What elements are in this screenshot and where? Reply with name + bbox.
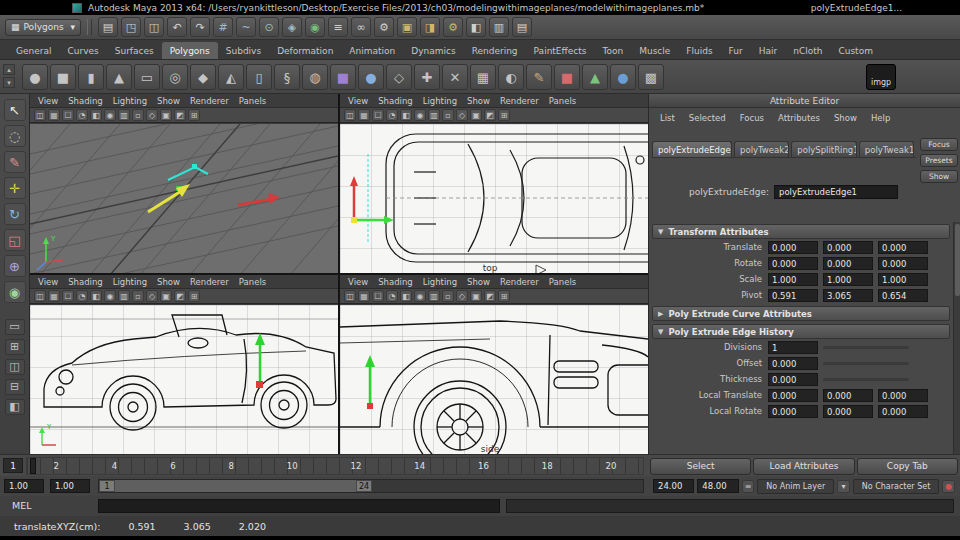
vp-menu-lighting[interactable]: Lighting <box>418 277 462 287</box>
vp-tool-icon-5[interactable]: ◉ <box>414 290 426 302</box>
attr-field-local-rotate-0[interactable]: 0.000 <box>768 405 818 418</box>
vp-tool-icon-11[interactable]: ⊞ <box>188 109 200 121</box>
snap-point-icon[interactable]: ⊙ <box>259 17 279 37</box>
separate-icon[interactable]: ✕ <box>442 64 468 90</box>
attr-field-local-rotate-2[interactable]: 0.000 <box>878 405 928 418</box>
vp-tool-icon-10[interactable]: ◩ <box>484 109 496 121</box>
poly-soccer-icon[interactable]: ◍ <box>302 64 328 90</box>
input-connections-icon[interactable]: ≡ <box>328 17 348 37</box>
anim-layer-icon[interactable]: ≡ <box>742 480 755 493</box>
attr-field-scale-0[interactable]: 1.000 <box>768 273 818 286</box>
undo-icon[interactable]: ↶ <box>167 17 187 37</box>
attr-field-translate-0[interactable]: 0.000 <box>768 241 818 254</box>
vp-tool-icon-9[interactable]: ▣ <box>160 109 172 121</box>
vp-tool-icon-3[interactable]: ◔ <box>386 109 398 121</box>
viewport-canvas-persp[interactable]: Y <box>30 124 338 273</box>
menu-tab-surfaces[interactable]: Surfaces <box>107 42 162 59</box>
ae-tab-polytweak1[interactable]: polyTweak1 <box>859 141 914 157</box>
attr-field-offset-0[interactable]: 0.000 <box>768 357 818 370</box>
vp-tool-icon-5[interactable]: ◉ <box>104 109 116 121</box>
construction-history-icon[interactable]: ⚙ <box>374 17 394 37</box>
separator-grip[interactable] <box>87 19 92 35</box>
vp-tool-icon-4[interactable]: ◧ <box>400 290 412 302</box>
vp-tool-icon-3[interactable]: ◔ <box>386 290 398 302</box>
attr-field-pivot-0[interactable]: 0.591 <box>768 289 818 302</box>
vp-menu-view[interactable]: View <box>343 277 373 287</box>
range-start-handle[interactable]: 1 <box>99 480 115 492</box>
ae-menu-attributes[interactable]: Attributes <box>771 113 827 123</box>
vp-menu-panels[interactable]: Panels <box>234 96 271 106</box>
vp-tool-icon-0[interactable]: ◫ <box>34 109 46 121</box>
menu-tab-hair[interactable]: Hair <box>751 42 785 59</box>
attr-field-pivot-1[interactable]: 3.065 <box>823 289 873 302</box>
ae-menu-list[interactable]: List <box>653 113 682 123</box>
vp-tool-icon-9[interactable]: ▣ <box>160 290 172 302</box>
menu-tab-fur[interactable]: Fur <box>721 42 751 59</box>
vp-tool-icon-1[interactable]: ▦ <box>358 109 370 121</box>
sidebar-toggle-icon[interactable]: ▥ <box>489 17 509 37</box>
vp-tool-icon-4[interactable]: ◧ <box>90 109 102 121</box>
snap-curve-icon[interactable]: ~ <box>236 17 256 37</box>
vp-tool-icon-6[interactable]: ▥ <box>428 290 440 302</box>
menu-tab-painteffects[interactable]: PaintEffects <box>526 42 595 59</box>
menu-tab-dynamics[interactable]: Dynamics <box>403 42 463 59</box>
vp-tool-icon-2[interactable]: ☐ <box>372 290 384 302</box>
lasso-tool-icon[interactable]: ◌ <box>4 125 26 147</box>
character-set-button[interactable]: No Character Set <box>853 479 939 494</box>
vp-tool-icon-3[interactable]: ◔ <box>76 109 88 121</box>
poly-pipe-icon[interactable]: ▯ <box>246 64 272 90</box>
mirror-icon[interactable]: ◐ <box>498 64 524 90</box>
vp-tool-icon-0[interactable]: ◫ <box>34 290 46 302</box>
select-tool-icon[interactable]: ↖ <box>4 99 26 121</box>
layout-two-side-icon[interactable]: ◫ <box>5 359 25 375</box>
vp-menu-panels[interactable]: Panels <box>544 96 581 106</box>
make-live-icon[interactable]: ◉ <box>305 17 325 37</box>
vp-tool-icon-5[interactable]: ◉ <box>414 109 426 121</box>
vp-menu-renderer[interactable]: Renderer <box>495 277 544 287</box>
menu-tab-animation[interactable]: Animation <box>341 42 403 59</box>
vp-menu-view[interactable]: View <box>343 96 373 106</box>
vp-tool-icon-0[interactable]: ◫ <box>344 290 356 302</box>
menu-tab-polygons[interactable]: Polygons <box>162 42 218 59</box>
vp-tool-icon-1[interactable]: ▦ <box>48 290 60 302</box>
ae-tab-polysplitring1[interactable]: polySplitRing1 <box>791 141 857 157</box>
anim-start-field[interactable]: 1.00 <box>50 479 90 493</box>
section-header-transform-attributes[interactable]: ▼Transform Attributes <box>652 224 950 239</box>
checker-icon[interactable]: ▩ <box>638 64 664 90</box>
subdiv-cube-icon[interactable]: ■ <box>330 64 356 90</box>
vp-tool-icon-10[interactable]: ◩ <box>174 290 186 302</box>
vp-menu-show[interactable]: Show <box>152 277 185 287</box>
menu-tab-rendering[interactable]: Rendering <box>464 42 526 59</box>
vp-tool-icon-7[interactable]: ▫ <box>442 290 454 302</box>
open-scene-icon[interactable]: ◳ <box>121 17 141 37</box>
vp-tool-icon-0[interactable]: ◫ <box>344 109 356 121</box>
viewport-canvas-top[interactable]: top <box>340 124 648 273</box>
vp-menu-shading[interactable]: Shading <box>63 96 108 106</box>
playback-start-field[interactable]: 1.00 <box>4 479 44 493</box>
show-grid-icon[interactable]: ◧ <box>466 17 486 37</box>
vp-menu-shading[interactable]: Shading <box>373 96 418 106</box>
poly-helix-icon[interactable]: § <box>274 64 300 90</box>
mel-toggle-button[interactable]: MEL <box>12 500 32 511</box>
ae-load-attributes-button[interactable]: Load Attributes <box>753 458 854 475</box>
anim-layer-button[interactable]: No Anim Layer <box>757 479 834 494</box>
vp-tool-icon-9[interactable]: ▣ <box>470 290 482 302</box>
ipr-render-icon[interactable]: ◨ <box>420 17 440 37</box>
mel-result-field[interactable] <box>506 499 954 513</box>
vp-tool-icon-4[interactable]: ◧ <box>90 290 102 302</box>
crease-tool-icon[interactable]: ✎ <box>526 64 552 90</box>
shelf-prev-icon[interactable]: ▴ <box>3 64 15 75</box>
attr-slider-divisions[interactable] <box>823 346 909 349</box>
shelf-next-icon[interactable]: ▾ <box>3 77 15 88</box>
section-header-poly-extrude-edge-history[interactable]: ▼Poly Extrude Edge History <box>652 324 950 339</box>
ae-menu-selected[interactable]: Selected <box>682 113 733 123</box>
snap-grid-icon[interactable]: # <box>213 17 233 37</box>
vp-tool-icon-10[interactable]: ◩ <box>484 290 496 302</box>
ae-copy-tab-button[interactable]: Copy Tab <box>857 458 958 475</box>
paint-blue-icon[interactable]: ● <box>610 64 636 90</box>
vp-tool-icon-6[interactable]: ▥ <box>118 109 130 121</box>
vp-tool-icon-8[interactable]: ◇ <box>146 290 158 302</box>
menu-tab-ncloth[interactable]: nCloth <box>785 42 830 59</box>
mel-input[interactable] <box>98 499 500 513</box>
vp-menu-view[interactable]: View <box>33 96 63 106</box>
